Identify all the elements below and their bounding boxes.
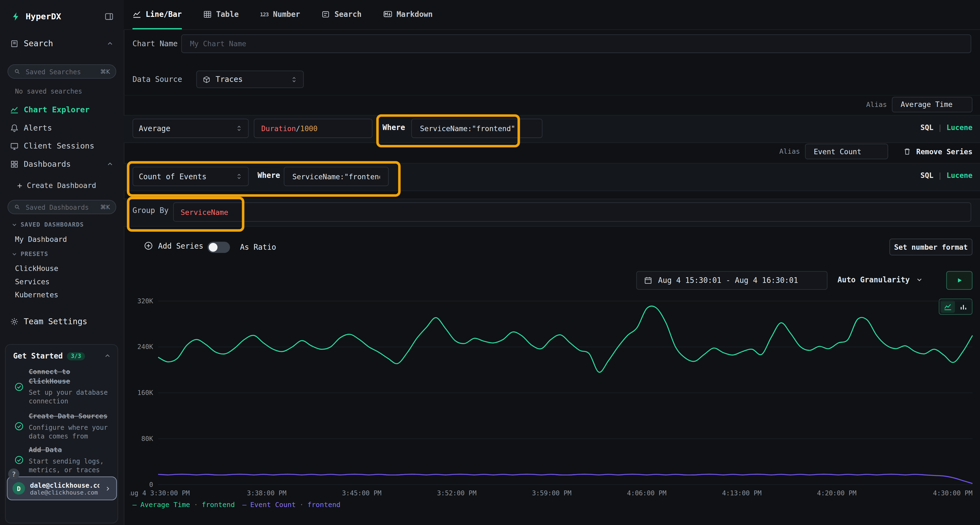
set-number-format-button[interactable]: Set number format bbox=[889, 239, 972, 255]
expression-operator: / bbox=[296, 124, 300, 133]
section-label: PRESETS bbox=[21, 251, 48, 257]
series2-row bbox=[124, 163, 980, 191]
sql-option[interactable]: SQL bbox=[920, 171, 934, 180]
list-doc-icon bbox=[10, 39, 19, 48]
svg-text:320K: 320K bbox=[137, 297, 153, 305]
series1-aggregation-select[interactable]: Average bbox=[132, 119, 249, 138]
sidebar: HyperDX Search ⌘K No saved searches bbox=[0, 0, 124, 525]
series2-alias-input[interactable] bbox=[813, 146, 881, 156]
sidebar-item-client-sessions[interactable]: Client Sessions bbox=[10, 141, 114, 151]
legend-group-name: frontend bbox=[202, 501, 235, 509]
series2-aggregation-select[interactable]: Count of Events bbox=[132, 167, 249, 186]
legend-item-average-time[interactable]: — Average Time · frontend bbox=[132, 501, 235, 509]
group-by-field[interactable]: ServiceName bbox=[173, 202, 971, 222]
task-desc: Set up your database connection bbox=[29, 388, 112, 405]
saved-searches-search[interactable]: ⌘K bbox=[8, 64, 116, 79]
legend-swatch: — bbox=[242, 501, 247, 509]
sidebar-item-team-settings[interactable]: Team Settings bbox=[10, 317, 114, 326]
saved-dashboards-input[interactable] bbox=[24, 203, 97, 211]
preset-item-clickhouse[interactable]: ClickHouse bbox=[15, 264, 58, 273]
lucene-option[interactable]: Lucene bbox=[947, 171, 972, 180]
get-started-title: Get Started bbox=[13, 352, 63, 360]
sidebar-item-dashboards[interactable]: Dashboards bbox=[10, 159, 114, 168]
dashboard-item-my-dashboard[interactable]: My Dashboard bbox=[15, 235, 67, 243]
sidebar-item-chart-explorer[interactable]: Chart Explorer bbox=[10, 105, 114, 114]
sidebar-item-label: Dashboards bbox=[24, 159, 101, 168]
as-ratio-toggle[interactable] bbox=[207, 242, 230, 253]
get-started-item[interactable]: Create Data Sources Configure where your… bbox=[14, 412, 112, 440]
trash-icon[interactable] bbox=[903, 148, 912, 155]
brand-name: HyperDX bbox=[25, 11, 99, 21]
granularity-value: Auto Granularity bbox=[838, 275, 910, 284]
data-source-select[interactable]: Traces bbox=[196, 70, 304, 88]
logo-bolt-icon bbox=[11, 11, 21, 21]
remove-series-button[interactable]: Remove Series bbox=[916, 147, 973, 156]
series2-alias-field[interactable] bbox=[805, 144, 888, 159]
legend-group-name: frontend bbox=[307, 501, 340, 509]
user-account-chip[interactable]: D dale@clickhouse.com dale@clickhouse.co… bbox=[7, 477, 117, 500]
series2-language-toggle[interactable]: SQL | Lucene bbox=[920, 171, 972, 180]
series1-alias-field[interactable] bbox=[892, 97, 972, 112]
separator: | bbox=[938, 171, 942, 180]
get-started-progress-badge: 3/3 bbox=[67, 352, 85, 360]
app-window: HyperDX Search ⌘K No saved searches bbox=[0, 0, 980, 525]
add-series-button[interactable]: Add Series bbox=[144, 241, 204, 250]
series2-where-input[interactable] bbox=[291, 171, 381, 181]
chart-name-input[interactable] bbox=[189, 39, 964, 49]
lucene-option[interactable]: Lucene bbox=[947, 123, 972, 132]
collapse-sidebar-icon[interactable] bbox=[104, 11, 113, 21]
divider bbox=[124, 95, 980, 95]
gear-icon bbox=[10, 317, 19, 326]
create-dashboard-button[interactable]: Create Dashboard bbox=[16, 181, 114, 190]
as-ratio-label: As Ratio bbox=[240, 243, 276, 252]
task-title: Connect to ClickHouse bbox=[29, 368, 112, 386]
help-button[interactable]: ? bbox=[8, 468, 19, 480]
task-desc: Start sending logs, metrics, or traces bbox=[29, 457, 112, 474]
granularity-select[interactable]: Auto Granularity bbox=[838, 275, 923, 284]
chevrons-updown-icon bbox=[236, 173, 243, 180]
no-saved-searches-note: No saved searches bbox=[15, 87, 82, 95]
chart-name-field[interactable] bbox=[181, 34, 971, 53]
get-started-item[interactable]: Add Data Start sending logs, metrics, or… bbox=[14, 446, 112, 474]
shortcut-badge: ⌘K bbox=[100, 203, 110, 210]
create-dashboard-label: Create Dashboard bbox=[27, 181, 96, 190]
series1-alias-input[interactable] bbox=[899, 99, 965, 109]
sql-option[interactable]: SQL bbox=[920, 123, 934, 132]
get-started-header[interactable]: Get Started 3/3 bbox=[13, 352, 111, 360]
timeseries-chart[interactable]: 080K160K240K320KAug 4 3:30:00 PM3:38:00 … bbox=[130, 297, 975, 498]
preset-item-kubernetes[interactable]: Kubernetes bbox=[15, 290, 58, 299]
svg-text:3:38:00 PM: 3:38:00 PM bbox=[247, 489, 286, 497]
calendar-icon bbox=[644, 276, 652, 285]
bell-icon bbox=[10, 123, 19, 132]
legend-series-name: Event Count bbox=[250, 501, 296, 509]
series2-where-field[interactable] bbox=[284, 167, 389, 186]
svg-text:4:20:00 PM: 4:20:00 PM bbox=[817, 489, 856, 497]
series1-where-input[interactable] bbox=[419, 123, 535, 133]
legend-item-event-count[interactable]: — Event Count · frontend bbox=[242, 501, 340, 509]
preset-item-services[interactable]: Services bbox=[15, 277, 49, 286]
series1-expression-field[interactable]: Duration/1000 bbox=[254, 119, 372, 138]
series1-where-field[interactable] bbox=[411, 119, 542, 138]
toggle-knob bbox=[209, 243, 218, 252]
search-section-header[interactable]: Search bbox=[10, 39, 114, 48]
svg-text:240K: 240K bbox=[137, 343, 153, 351]
chevron-up-icon bbox=[104, 352, 111, 360]
saved-dashboards-search[interactable]: ⌘K bbox=[8, 200, 116, 214]
data-source-label: Data Source bbox=[132, 75, 182, 84]
sidebar-item-alerts[interactable]: Alerts bbox=[10, 123, 114, 132]
run-query-button[interactable] bbox=[946, 271, 972, 290]
get-started-item[interactable]: Connect to ClickHouse Set up your databa… bbox=[14, 368, 112, 405]
saved-searches-input[interactable] bbox=[24, 67, 97, 76]
date-range-picker[interactable]: Aug 4 15:30:01 - Aug 4 16:30:01 bbox=[636, 271, 827, 290]
presets-section-header[interactable]: PRESETS bbox=[11, 251, 48, 257]
sidebar-item-label: Client Sessions bbox=[24, 141, 94, 151]
section-label: SAVED DASHBOARDS bbox=[21, 221, 84, 228]
saved-dashboards-section-header[interactable]: SAVED DASHBOARDS bbox=[11, 221, 84, 228]
chevrons-updown-icon bbox=[291, 76, 298, 83]
series1-language-toggle[interactable]: SQL | Lucene bbox=[920, 123, 972, 132]
chevron-up-icon bbox=[106, 160, 114, 168]
series2-alias-row: Alias Remove Series bbox=[780, 143, 973, 160]
svg-text:3:45:00 PM: 3:45:00 PM bbox=[342, 489, 381, 497]
chevron-down-icon bbox=[11, 221, 18, 228]
search-icon bbox=[14, 203, 21, 210]
